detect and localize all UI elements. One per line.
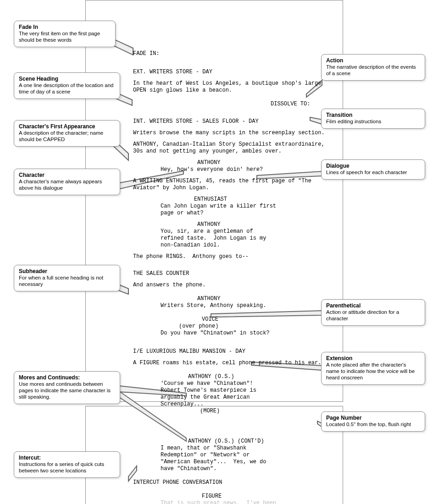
callout-character: Character A character's name always appe… xyxy=(14,169,120,195)
subheader-2: INTERCUT PHONE CONVERSATION xyxy=(133,479,222,486)
action-5: The phone RINGS. Anthony goes to-- xyxy=(133,253,249,260)
parenthetical-1: (over phone) xyxy=(179,323,218,330)
callout-desc: Use mores and continueds between pages t… xyxy=(19,381,111,400)
callout-transition: Transition Film editing instructions xyxy=(321,109,425,129)
dialogue-5: Do you have "Chinatown" in stock? xyxy=(161,330,270,337)
callout-title: Parenthetical xyxy=(326,302,361,309)
action-6: And answers the phone. xyxy=(133,282,205,289)
callout-title: Character xyxy=(19,172,44,178)
callout-subheader: Subheader For when a full scene heading … xyxy=(14,265,120,291)
char-cue-4: ANTHONY xyxy=(197,296,220,302)
callout-desc: A one line description of the location a… xyxy=(19,82,114,94)
callout-title: Transition xyxy=(326,112,352,118)
action-3: ANTHONY, Canadian-Italian Story Speciali… xyxy=(133,141,325,155)
callout-title: Intercut: xyxy=(19,455,41,461)
callout-title: Extension xyxy=(326,355,352,362)
char-cue-2: ENTHUSIAST xyxy=(194,196,227,203)
callout-extension: Extension A note placed after the charac… xyxy=(321,352,425,385)
dialogue-6: 'Course we have "Chinatown"! Robert Town… xyxy=(161,380,256,408)
action-7: A FIGURE roams his estate, cell phone pr… xyxy=(133,360,321,367)
char-cue-1: ANTHONY xyxy=(197,159,220,166)
char-cue-3: ANTHONY xyxy=(197,221,220,228)
callout-scene-heading: Scene Heading A one line description of … xyxy=(14,72,120,99)
char-cue-5: VOICE xyxy=(202,316,218,323)
subheader-1: THE SALES COUNTER xyxy=(133,270,189,277)
callout-fade-in: Fade In The very first item on the first… xyxy=(14,21,116,47)
more-marker: (MORE) xyxy=(200,408,220,415)
callout-first-appearance: Character's First Appearance A descripti… xyxy=(14,120,120,147)
callout-page-number: Page Number Located 0.5" from the top, f… xyxy=(321,411,425,432)
callout-title: Dialogue xyxy=(326,163,350,169)
dialogue-2: Can John Logan write a killer first page… xyxy=(161,203,276,217)
transition-1: DISSOLVE TO: xyxy=(271,101,310,108)
callout-title: Fade In xyxy=(19,24,38,30)
callout-title: Character's First Appearance xyxy=(19,123,95,130)
callout-desc: A character's name always appears above … xyxy=(19,179,102,191)
scene-heading-2: INT. WRITERS STORE - SALES FLOOR - DAY xyxy=(133,118,259,125)
callout-title: Scene Heading xyxy=(19,76,58,82)
callout-desc: Action or attitude direction for a chara… xyxy=(326,309,399,321)
callout-desc: The very first item on the first page sh… xyxy=(19,31,100,43)
callout-dialogue: Dialogue Lines of speech for each charac… xyxy=(321,159,425,180)
action-2: Writers browse the many scripts in the s… xyxy=(133,130,325,137)
callout-title: Action xyxy=(326,57,343,64)
callout-desc: A note placed after the character's name… xyxy=(326,362,415,380)
callout-intercut: Intercut: Instructions for a series of q… xyxy=(14,451,120,478)
callout-title: Page Number xyxy=(326,415,361,421)
char-cue-6: ANTHONY (O.S.) xyxy=(188,373,234,380)
dialogue-1: Hey, how's everyone doin' here? xyxy=(161,166,263,173)
callout-desc: A description of the character; name sho… xyxy=(19,130,103,142)
callout-desc: For when a full scene heading is not nec… xyxy=(19,275,103,287)
char-cue-7: ANTHONY (O.S.) (CONT'D) xyxy=(188,438,264,445)
action-4: A WRITING ENTHUSIAST, 45, reads the firs… xyxy=(133,178,311,192)
callout-desc: Lines of speech for each character xyxy=(326,170,407,175)
callout-desc: The narrative description of the events … xyxy=(326,64,416,76)
callout-action: Action The narrative description of the … xyxy=(321,54,425,81)
callout-desc: Located 0.5" from the top, flush right xyxy=(326,422,411,427)
scene-heading-1: EXT. WRITERS STORE - DAY xyxy=(133,69,212,76)
callout-desc: Film editing instructions xyxy=(326,119,381,124)
callout-title: Mores and Continueds: xyxy=(19,374,80,381)
dialogue-4: Writers Store, Anthony speaking. xyxy=(161,302,266,309)
dialogue-8: That is such great news. I've been xyxy=(161,500,276,504)
dialogue-7: I mean, that or "Shawshank Redemption" o… xyxy=(161,445,266,472)
action-1: In the heart of West Los Angeles, a bout… xyxy=(133,80,321,94)
callout-parenthetical: Parenthetical Action or attitude directi… xyxy=(321,299,425,326)
dialogue-3: You, sir, are a gentleman of refined tas… xyxy=(161,228,266,249)
char-cue-8: FIGURE xyxy=(202,493,222,500)
fade-in-text: FADE IN: xyxy=(133,50,160,57)
callout-title: Subheader xyxy=(19,268,47,274)
callout-desc: Instructions for a series of quick cuts … xyxy=(19,461,104,473)
callout-mores-continueds: Mores and Continueds: Use mores and cont… xyxy=(14,371,120,404)
scene-heading-3: I/E LUXURIOUS MALIBU MANSION - DAY xyxy=(133,348,245,355)
